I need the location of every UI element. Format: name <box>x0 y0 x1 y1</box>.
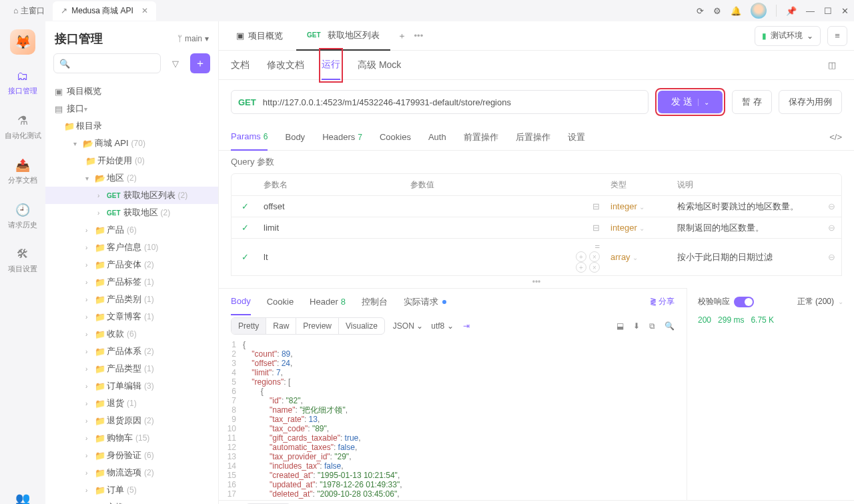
param-value[interactable]: ⊟ <box>405 199 605 214</box>
remove-param-icon[interactable]: ⊖ <box>821 199 841 214</box>
remove-param-icon[interactable]: ⊖ <box>821 220 841 235</box>
tree-variant[interactable]: ›📁产品变体(2) <box>45 256 218 273</box>
code-icon[interactable]: </> <box>829 132 842 142</box>
reqtab-headers[interactable]: Headers 7 <box>322 124 362 151</box>
avatar[interactable] <box>751 3 767 19</box>
rail-share[interactable]: 📤分享文档 <box>5 155 40 188</box>
tree-collect[interactable]: ›📁收款(6) <box>45 325 218 343</box>
rail-invite[interactable]: 👥邀请成员 <box>5 489 40 504</box>
send-caret-icon[interactable]: ⌄ <box>698 99 709 106</box>
tree-region-get[interactable]: ›GET获取地区(2) <box>45 204 218 221</box>
minimize-icon[interactable]: — <box>806 6 815 16</box>
save-button[interactable]: 暂 存 <box>732 90 772 114</box>
env-selector[interactable]: ▮测试环境⌄ <box>755 26 821 46</box>
branch-selector[interactable]: ᛘ main ▾ <box>177 34 209 43</box>
tree-customer[interactable]: ›📁客户信息(10) <box>45 239 218 256</box>
tree-swap[interactable]: ›📁交换 <box>45 499 218 504</box>
window-close-icon[interactable]: ✕ <box>841 6 849 16</box>
rail-api[interactable]: 🗂接口管理 <box>5 67 40 99</box>
pin-icon[interactable]: 📌 <box>786 6 797 16</box>
wrap-icon[interactable]: ⇥ <box>463 321 470 331</box>
tree-cart[interactable]: ›📁购物车(15) <box>45 429 218 447</box>
tree-blog[interactable]: ›📁文章博客(1) <box>45 308 218 325</box>
param-row[interactable]: ✓offset⊟integer ⌄检索地区时要跳过的地区数量。⊖ <box>231 196 842 217</box>
home-tab[interactable]: ⌂ 主窗口 <box>5 1 53 21</box>
refresh-icon[interactable]: ⟳ <box>697 6 704 16</box>
encoding-select[interactable]: utf8 ⌄ <box>431 321 453 331</box>
tree-region[interactable]: ▾📂地区(2) <box>45 169 218 187</box>
tree-shipping[interactable]: ›📁物流选项(2) <box>45 464 218 481</box>
tree-return-reason[interactable]: ›📁退货原因(2) <box>45 412 218 429</box>
check-icon[interactable]: ✓ <box>232 199 258 214</box>
param-value[interactable]: =+×+× <box>405 239 605 275</box>
param-row[interactable]: ✓limit⊟integer ⌄限制返回的地区数量。⊖ <box>231 217 842 239</box>
resptab-console[interactable]: 控制台 <box>362 296 388 308</box>
add-button[interactable]: ＋ <box>190 53 210 73</box>
add-tab-button[interactable]: ＋ <box>393 30 412 42</box>
search-response-icon[interactable]: 🔍 <box>665 321 675 331</box>
open-tab[interactable]: ↗ Medusa 商城 API ✕ <box>53 1 156 21</box>
tree-getting-started[interactable]: 📁开始使用(0) <box>45 152 218 169</box>
save-case-button[interactable]: 保存为用例 <box>779 90 842 114</box>
tree-system[interactable]: ›📁产品体系(2) <box>45 343 218 360</box>
panel-toggle-icon[interactable]: ◫ <box>822 55 842 75</box>
rail-settings[interactable]: 🛠项目设置 <box>5 245 40 277</box>
tree-category[interactable]: ›📁产品类别(1) <box>45 291 218 308</box>
seg-preview[interactable]: Preview <box>296 318 339 334</box>
copy-icon[interactable]: ⧉ <box>649 321 655 331</box>
menu-button[interactable]: ≡ <box>827 26 847 46</box>
maximize-icon[interactable]: ☐ <box>824 6 832 16</box>
reqtab-auth[interactable]: Auth <box>428 124 446 151</box>
subtab-edit-doc[interactable]: 修改文档 <box>267 51 304 80</box>
resptab-actual[interactable]: 实际请求 <box>404 296 446 308</box>
reqtab-cookies[interactable]: Cookies <box>380 124 411 151</box>
tab-current[interactable]: GET获取地区列表 <box>296 21 390 51</box>
tree-rootdir[interactable]: 📁根目录 <box>45 117 218 135</box>
download-icon[interactable]: ⬇ <box>633 321 640 331</box>
close-tab-icon[interactable]: ✕ <box>141 6 148 15</box>
rail-automation[interactable]: ⚗自动化测试 <box>2 111 44 143</box>
reqtab-params[interactable]: Params6 <box>231 124 268 151</box>
tree-order-edit[interactable]: ›📁订单编辑(3) <box>45 377 218 395</box>
app-logo[interactable]: 🦊 <box>10 29 35 55</box>
reqtab-body[interactable]: Body <box>285 124 305 151</box>
tree-ptype[interactable]: ›📁产品类型(1) <box>45 360 218 377</box>
param-name[interactable]: lt <box>258 249 405 265</box>
split-handle[interactable]: ••• <box>219 276 854 288</box>
param-name[interactable]: offset <box>258 199 405 214</box>
tree-return[interactable]: ›📁退货(1) <box>45 395 218 412</box>
rail-history[interactable]: 🕘请求历史 <box>5 200 40 233</box>
more-tabs-icon[interactable]: ••• <box>414 31 424 41</box>
check-icon[interactable]: ✓ <box>232 220 258 235</box>
tab-overview[interactable]: ▣项目概览 <box>226 21 294 51</box>
subtab-run[interactable]: 运行 <box>322 51 340 80</box>
param-type[interactable]: integer ⌄ <box>605 220 672 235</box>
param-name[interactable]: limit <box>258 220 405 235</box>
search-input[interactable]: 🔍 <box>53 53 161 73</box>
reqtab-pre[interactable]: 前置操作 <box>464 124 498 151</box>
tree-tags[interactable]: ›📁产品标签(1) <box>45 273 218 291</box>
subtab-mock[interactable]: 高级 Mock <box>358 51 401 80</box>
remove-param-icon[interactable]: ⊖ <box>821 249 841 265</box>
tree-region-list[interactable]: ›GET获取地区列表(2) <box>45 187 218 204</box>
bell-icon[interactable]: 🔔 <box>731 6 741 16</box>
param-type[interactable]: integer ⌄ <box>605 199 672 214</box>
format-select[interactable]: JSON ⌄ <box>393 321 423 331</box>
tree-overview[interactable]: ▣项目概览 <box>45 83 218 100</box>
tree-product[interactable]: ›📁产品(6) <box>45 221 218 239</box>
tree-mall[interactable]: ▾📂商城 API(70) <box>45 135 218 152</box>
resptab-cookie[interactable]: Cookie <box>267 297 294 307</box>
resptab-body[interactable]: Body <box>231 289 251 315</box>
url-input[interactable]: GET http://127.0.0.1:4523/m1/4532246-417… <box>231 90 649 114</box>
verify-toggle[interactable] <box>734 297 754 307</box>
response-body[interactable]: 1{2 "count": 89,3 "offset": 24,4 "limit"… <box>219 337 687 500</box>
param-value[interactable]: ⊟ <box>405 220 605 235</box>
param-desc[interactable]: 按小于此日期的日期过滤 <box>672 249 821 266</box>
send-button[interactable]: 发 送⌄ <box>658 91 723 113</box>
gear-icon[interactable]: ⚙ <box>713 6 721 16</box>
check-icon[interactable]: ✓ <box>232 249 258 265</box>
param-desc[interactable]: 检索地区时要跳过的地区数量。 <box>672 198 821 215</box>
resptab-header[interactable]: Header 8 <box>310 297 346 307</box>
filter-icon[interactable]: ▽ <box>166 53 185 73</box>
param-desc[interactable]: 限制返回的地区数量。 <box>672 219 821 237</box>
